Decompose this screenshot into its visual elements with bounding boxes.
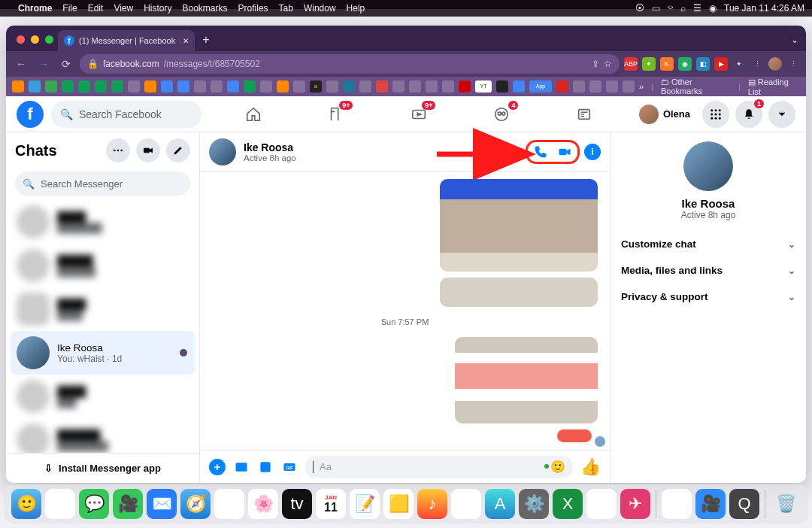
messages-list[interactable]: Sun 7:57 PM [200, 171, 610, 450]
bookmark-item[interactable] [211, 80, 223, 93]
messenger-search[interactable]: 🔍 Search Messenger [15, 171, 190, 196]
bookmark-item[interactable] [392, 80, 404, 93]
bookmark-item[interactable] [111, 80, 123, 93]
bookmark-item[interactable] [194, 80, 206, 93]
dock-recent[interactable]: ▦ [662, 489, 692, 519]
siri-icon[interactable]: ◉ [709, 3, 717, 14]
bookmarks-overflow[interactable]: » [639, 82, 644, 91]
bookmark-item[interactable] [244, 80, 256, 93]
composer-input[interactable]: Aa 🙂 [305, 456, 573, 478]
install-messenger[interactable]: ⇩ Install Messenger app [6, 453, 199, 483]
dock-chrome[interactable]: ◉ [586, 489, 617, 519]
new-tab-button[interactable]: + [195, 33, 217, 51]
menu-tab[interactable]: Tab [279, 3, 293, 14]
wifi-icon[interactable]: ⌔ [668, 3, 673, 14]
panel-customize-chat[interactable]: Customize chat⌄ [611, 231, 806, 257]
bookmark-item[interactable] [161, 80, 173, 93]
bookmark-item[interactable] [409, 80, 421, 93]
browser-tab[interactable]: f (1) Messenger | Facebook ✕ [58, 30, 195, 51]
bookmark-item[interactable] [442, 80, 454, 93]
panel-privacy-support[interactable]: Privacy & support⌄ [611, 284, 806, 310]
header-notifications[interactable]: 1 [735, 101, 762, 128]
nav-groups[interactable]: 4 [486, 99, 517, 129]
bookmark-item[interactable] [277, 80, 289, 93]
image-message[interactable] [557, 429, 592, 442]
bookmark-app[interactable]: App [529, 80, 552, 93]
ext-2[interactable]: ✦ [642, 57, 656, 71]
tabs-dropdown[interactable]: ⌄ [791, 35, 798, 45]
bookmark-item[interactable] [359, 80, 371, 93]
ext-6[interactable]: ▶ [714, 57, 728, 71]
dock-app[interactable]: ✈ [620, 489, 650, 519]
chat-item[interactable]: ████████ [11, 287, 195, 331]
star-icon[interactable]: ☆ [604, 59, 612, 69]
dock-calendar[interactable]: JAN11 [316, 489, 346, 519]
composer-gif[interactable]: GIF [281, 459, 298, 475]
bookmark-item[interactable] [293, 80, 305, 93]
dock-messages[interactable]: 💬 [79, 489, 109, 519]
dock-stickies[interactable]: 🟨 [383, 489, 414, 519]
dock-launchpad[interactable]: ▦ [45, 489, 75, 519]
dock-trash[interactable]: 🗑️ [771, 489, 801, 519]
nav-back[interactable]: ← [12, 55, 30, 73]
battery-icon[interactable]: ▭ [652, 3, 660, 14]
record-icon[interactable]: ⦿ [635, 3, 644, 14]
chat-item[interactable]: ███████ [11, 375, 195, 418]
video-call-button[interactable] [556, 144, 573, 160]
header-menu[interactable] [702, 101, 729, 128]
control-center-icon[interactable]: ☰ [693, 3, 701, 14]
chrome-overflow[interactable]: ⋮ [786, 57, 800, 71]
composer-like[interactable]: 👍 [580, 457, 601, 477]
menu-window[interactable]: Window [304, 3, 336, 14]
bookmark-yt[interactable]: YT [475, 80, 492, 93]
other-bookmarks-folder[interactable]: 🗀 Other Bookmarks [661, 77, 731, 96]
dock-music[interactable]: ♪ [417, 489, 447, 519]
bookmark-item[interactable] [426, 80, 438, 93]
menu-profiles[interactable]: Profiles [238, 3, 268, 14]
bookmark-item[interactable] [623, 80, 635, 93]
bookmark-item[interactable] [177, 80, 189, 93]
bookmark-item[interactable] [260, 80, 272, 93]
tab-close[interactable]: ✕ [183, 37, 189, 45]
dock-finder[interactable]: 🙂 [11, 489, 41, 519]
avatar[interactable] [209, 138, 236, 165]
chat-item-selected[interactable]: Ike RoosaYou: wHaist · 1d [11, 331, 195, 375]
new-room[interactable] [136, 138, 160, 162]
nav-news[interactable] [569, 99, 599, 129]
dock-settings[interactable]: ⚙️ [519, 489, 549, 519]
menubar-app[interactable]: Chrome [18, 3, 52, 14]
ext-5[interactable]: ◧ [696, 57, 710, 71]
menu-bookmarks[interactable]: Bookmarks [183, 3, 228, 14]
bookmark-item[interactable] [128, 80, 140, 93]
bookmark-item[interactable] [496, 80, 508, 93]
bookmark-item[interactable] [589, 80, 601, 93]
menu-edit[interactable]: Edit [88, 3, 104, 14]
composer-photo[interactable] [233, 459, 250, 475]
dock-mail[interactable]: ✉️ [147, 489, 177, 519]
chat-item[interactable]: ███████████ [11, 200, 195, 244]
ext-adblock[interactable]: ABP [624, 57, 638, 71]
image-message[interactable] [440, 278, 598, 306]
nav-watch[interactable]: 9+ [404, 99, 434, 129]
dock-excel[interactable]: X [553, 489, 583, 519]
bookmark-item[interactable] [573, 80, 585, 93]
conversation-info-button[interactable]: i [584, 144, 601, 160]
window-zoom[interactable] [45, 35, 53, 44]
bookmark-item[interactable] [45, 80, 57, 93]
nav-pages[interactable]: 9+ [321, 99, 351, 129]
bookmark-item[interactable] [227, 80, 239, 93]
details-name[interactable]: Ike Roosa [682, 197, 735, 210]
chrome-menu[interactable]: ⋮ [750, 57, 764, 71]
dock-facetime[interactable]: 🎥 [113, 489, 143, 519]
dock-quicktime[interactable]: Q [729, 489, 759, 519]
menu-help[interactable]: Help [347, 3, 365, 14]
avatar[interactable] [683, 141, 733, 191]
dock-notes[interactable]: 📝 [350, 489, 380, 519]
menu-file[interactable]: File [62, 3, 77, 14]
extensions-menu[interactable]: ✦ [732, 57, 746, 71]
voice-call-button[interactable] [532, 144, 549, 160]
reading-list[interactable]: ▤ Reading List [748, 77, 800, 96]
bookmark-item[interactable] [144, 80, 156, 93]
chat-item[interactable]: ███████████ [11, 244, 195, 287]
bookmark-item[interactable]: a [310, 80, 322, 93]
